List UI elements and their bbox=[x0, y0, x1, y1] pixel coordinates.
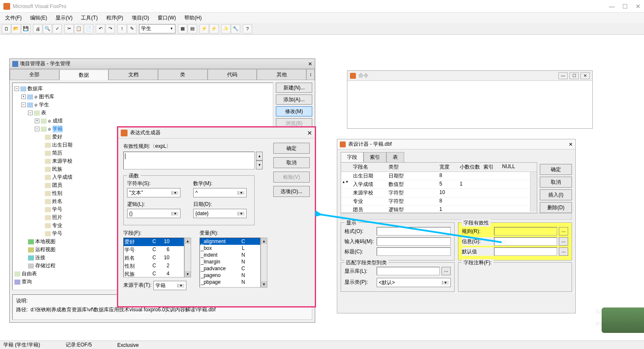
tree-field[interactable]: 性别 bbox=[52, 190, 62, 197]
msg-builder-button[interactable]: ... bbox=[559, 237, 568, 246]
tree-field[interactable]: 来源学校 bbox=[52, 158, 72, 165]
cmd-titlebar[interactable]: 命令 — ☐ ✕ bbox=[347, 71, 592, 81]
preview-icon[interactable]: 🔍 bbox=[43, 24, 52, 33]
report-icon[interactable]: ▤ bbox=[188, 24, 197, 33]
menu-program[interactable]: 程序(P) bbox=[103, 14, 127, 22]
menu-project[interactable]: 项目(O) bbox=[128, 14, 153, 22]
undo-icon[interactable]: ↶ bbox=[96, 24, 105, 33]
td-ok-button[interactable]: 确定 bbox=[540, 164, 572, 175]
database-combo[interactable]: 学生 ▼ bbox=[139, 24, 175, 33]
expand-icon[interactable]: + bbox=[35, 119, 39, 123]
pm-tab-other[interactable]: 其他 bbox=[257, 69, 306, 80]
grid-row[interactable]: ▲▼入学成绩数值型51 bbox=[341, 180, 537, 189]
tree-field[interactable]: 学号 bbox=[52, 206, 62, 213]
tree-field[interactable]: 民族 bbox=[52, 166, 62, 173]
math-combo[interactable]: ^▼ bbox=[193, 188, 247, 197]
cut-icon[interactable]: ✂ bbox=[64, 24, 74, 33]
autoreport-icon[interactable]: ⚡ bbox=[209, 24, 219, 33]
tree-databases[interactable]: 数据库 bbox=[28, 85, 43, 92]
format-input[interactable] bbox=[377, 227, 451, 235]
pm-tab-collapse[interactable]: ↕ bbox=[306, 69, 315, 80]
expand-icon[interactable]: − bbox=[14, 86, 19, 91]
print-icon[interactable]: 🖨 bbox=[33, 24, 42, 33]
expand-icon[interactable]: − bbox=[28, 111, 33, 115]
tree-field[interactable]: 简历 bbox=[52, 150, 62, 157]
td-close-icon[interactable]: ✕ bbox=[569, 141, 573, 147]
tree-field[interactable]: 入学成绩 bbox=[52, 174, 72, 181]
verify-button[interactable]: 检验(V) bbox=[273, 172, 310, 183]
tree-field[interactable]: 专业 bbox=[52, 222, 62, 229]
tree-remoteview[interactable]: 远程视图 bbox=[35, 246, 56, 253]
help-icon[interactable]: ? bbox=[243, 24, 252, 33]
autoform-icon[interactable]: ⚡ bbox=[200, 24, 209, 33]
cmd-minimize-icon[interactable]: — bbox=[558, 72, 568, 79]
expand-icon[interactable]: + bbox=[21, 94, 26, 99]
expand-icon[interactable]: − bbox=[35, 127, 39, 131]
ok-button[interactable]: 确定 bbox=[273, 143, 310, 154]
row-spinner-icon[interactable]: ▲▼ bbox=[342, 181, 350, 183]
close-button[interactable]: ✕ bbox=[636, 3, 641, 10]
pm-titlebar[interactable]: 项目管理器 - 学生管理 ✕ bbox=[10, 59, 315, 69]
comment-textarea[interactable] bbox=[462, 267, 568, 285]
menu-help[interactable]: 帮助(H) bbox=[181, 14, 205, 22]
rule-input[interactable] bbox=[494, 227, 557, 235]
grid-vscroll[interactable] bbox=[530, 172, 537, 212]
lib-input[interactable] bbox=[377, 267, 440, 275]
logic-combo[interactable]: ()▼ bbox=[127, 209, 180, 218]
wizard-icon[interactable]: ✨ bbox=[221, 24, 230, 33]
tree-field[interactable]: 出生日期 bbox=[52, 141, 72, 149]
modify-button[interactable]: 修改(M) bbox=[276, 106, 312, 116]
new-icon[interactable]: 🗋 bbox=[2, 24, 11, 33]
default-input[interactable] bbox=[494, 247, 557, 256]
mask-input[interactable] bbox=[377, 237, 451, 246]
tree-tables[interactable]: 表 bbox=[41, 109, 46, 116]
expression-textarea[interactable] bbox=[123, 152, 255, 169]
fields-scrollbar[interactable]: ▲▼ bbox=[184, 238, 191, 277]
fields-grid[interactable]: 字段名 类型 宽度 小数位数 索引 NULL 出生日期日期型8 ▲▼入学成绩数值… bbox=[341, 162, 537, 213]
tree-storedproc[interactable]: 存储过程 bbox=[35, 262, 56, 269]
copy-icon[interactable]: 📋 bbox=[74, 24, 83, 33]
tree-field[interactable]: 学号 bbox=[52, 230, 62, 237]
tree-xueji-table[interactable]: 学籍 bbox=[53, 125, 63, 133]
menu-view[interactable]: 显示(V) bbox=[52, 14, 76, 22]
td-delete-button[interactable]: 删除(D) bbox=[540, 202, 572, 213]
cancel-button[interactable]: 取消 bbox=[273, 157, 310, 168]
date-combo[interactable]: {date}▼ bbox=[193, 209, 247, 218]
spin-down-button[interactable]: ▼ bbox=[256, 161, 263, 169]
grid-row[interactable]: 团员逻辑型1 bbox=[341, 206, 537, 212]
new-button[interactable]: 新建(N)... bbox=[276, 83, 312, 93]
vars-scrollbar[interactable]: ▲▼ bbox=[261, 238, 267, 288]
redo-icon[interactable]: ↷ bbox=[105, 24, 115, 33]
grid-row[interactable]: 出生日期日期型8 bbox=[341, 172, 537, 180]
expr-close-icon[interactable]: ✕ bbox=[307, 130, 312, 136]
td-cancel-button[interactable]: 取消 bbox=[540, 177, 572, 188]
spell-icon[interactable]: ✓ bbox=[53, 24, 62, 33]
td-tab-fields[interactable]: 字段 bbox=[341, 152, 364, 162]
pm-tab-all[interactable]: 全部 bbox=[10, 69, 59, 80]
tree-field[interactable]: 团员 bbox=[52, 182, 62, 189]
add-button[interactable]: 添加(A)... bbox=[276, 94, 312, 105]
cmd-maximize-icon[interactable]: ☐ bbox=[569, 72, 579, 79]
tree-library-db[interactable]: 图书库 bbox=[39, 93, 54, 100]
save-icon[interactable]: 💾 bbox=[21, 24, 31, 33]
minimize-button[interactable]: — bbox=[609, 3, 615, 10]
open-icon[interactable]: 📂 bbox=[11, 24, 21, 33]
menu-edit[interactable]: 编辑(E) bbox=[27, 14, 50, 22]
menu-file[interactable]: 文件(F) bbox=[2, 14, 25, 22]
tree-localview[interactable]: 本地视图 bbox=[35, 238, 56, 245]
maximize-button[interactable]: ☐ bbox=[622, 3, 628, 10]
builder-icon[interactable]: 🔧 bbox=[231, 24, 240, 33]
tree-field[interactable]: 爱好 bbox=[52, 133, 62, 141]
tree-freetable[interactable]: 自由表 bbox=[22, 270, 37, 277]
msg-input[interactable] bbox=[494, 237, 557, 246]
from-table-combo[interactable]: 学籍▼ bbox=[153, 281, 186, 290]
lib-browse-button[interactable]: ... bbox=[441, 267, 451, 275]
cmd-close-icon[interactable]: ✕ bbox=[580, 72, 590, 79]
fields-listbox[interactable]: 爱好C10 学号C6 姓名C10 性别C2 民族C4 bbox=[123, 238, 184, 277]
menu-window[interactable]: 窗口(W) bbox=[154, 14, 179, 22]
td-insert-button[interactable]: 插入(I) bbox=[540, 189, 572, 200]
grid-row[interactable]: 来源学校字符型10 bbox=[341, 189, 537, 197]
tree-query[interactable]: 查询 bbox=[22, 278, 32, 285]
td-tab-table[interactable]: 表 bbox=[386, 152, 404, 162]
td-tab-index[interactable]: 索引 bbox=[364, 152, 386, 162]
